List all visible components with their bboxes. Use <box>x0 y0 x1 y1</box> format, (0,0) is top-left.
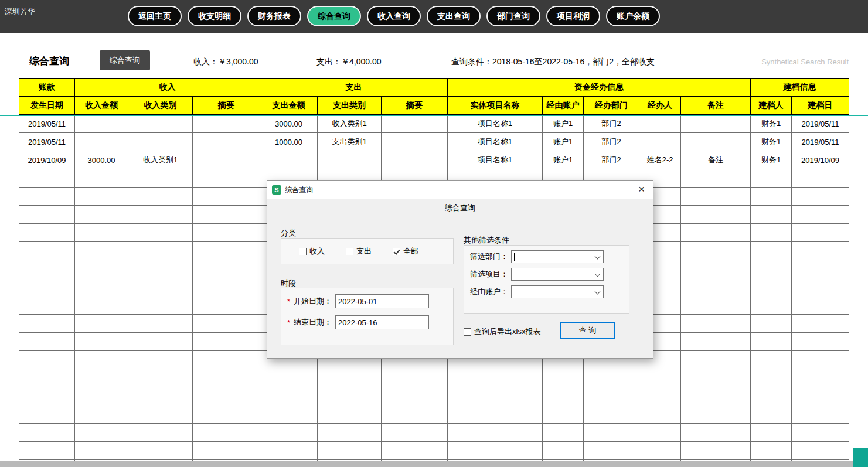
nav-income-query[interactable]: 收入查询 <box>367 6 421 26</box>
export-checkbox[interactable]: 查询后导出xlsx报表 <box>464 326 540 337</box>
table-cell <box>75 133 128 151</box>
end-date-input[interactable] <box>335 315 429 329</box>
checkbox-label: 收入 <box>309 246 325 257</box>
table-cell <box>193 115 260 133</box>
table-cell <box>19 424 75 442</box>
chevron-down-icon[interactable] <box>593 287 603 297</box>
filter-dept-combobox[interactable] <box>511 250 604 263</box>
table-cell <box>639 405 681 424</box>
field-label: 筛选项目： <box>470 269 511 279</box>
table-cell <box>681 424 751 442</box>
table-cell <box>75 387 128 405</box>
column-header: 摘要 <box>382 97 448 115</box>
table-cell: 财务1 <box>751 115 792 133</box>
table-cell <box>128 405 193 424</box>
query-submit-button[interactable]: 查 询 <box>560 322 615 339</box>
table-row-empty[interactable] <box>19 405 849 424</box>
nav-dept-query[interactable]: 部门查询 <box>486 6 540 26</box>
header-group: 收入 <box>75 79 260 97</box>
table-cell <box>75 296 128 315</box>
table-cell <box>751 442 792 460</box>
via-account-combobox[interactable] <box>511 285 604 298</box>
table-row-empty[interactable] <box>19 442 849 460</box>
table-cell <box>193 369 260 387</box>
table-cell <box>75 224 128 242</box>
checkbox-expense[interactable]: 支出 <box>346 246 372 257</box>
table-cell <box>681 260 751 278</box>
table-cell: 账户1 <box>543 151 584 169</box>
table-cell <box>193 133 260 151</box>
table-cell <box>75 315 128 333</box>
nav-finance-report[interactable]: 财务报表 <box>247 6 301 26</box>
table-cell <box>19 260 75 278</box>
filter-group: 筛选部门：筛选项目：经由账户： <box>464 245 629 314</box>
table-cell <box>75 278 128 296</box>
table-row[interactable]: 2019/10/093000.00收入类别1项目名称1账户1部门2姓名2-2备注… <box>19 151 849 169</box>
table-cell: 2019/05/11 <box>792 115 849 133</box>
table-cell <box>681 387 751 405</box>
header-group: 支出 <box>260 79 448 97</box>
table-cell <box>75 169 128 188</box>
table-cell <box>318 442 382 460</box>
table-cell <box>792 369 849 387</box>
table-cell <box>193 296 260 315</box>
table-row[interactable]: 2019/05/111000.00支出类别1项目名称1账户1部门2财务12019… <box>19 133 849 151</box>
synthetic-query-button[interactable]: 综合查询 <box>100 50 150 70</box>
table-cell <box>193 333 260 351</box>
filter-project-combobox[interactable] <box>511 268 604 281</box>
table-cell <box>448 405 543 424</box>
table-cell: 2019/05/11 <box>792 133 849 151</box>
table-cell <box>751 224 792 242</box>
table-cell <box>751 315 792 333</box>
table-row[interactable]: 2019/05/113000.00收入类别1项目名称1账户1部门2财务12019… <box>19 115 849 133</box>
checkbox-all[interactable]: 全部 <box>393 246 418 257</box>
table-cell <box>639 133 681 151</box>
table-cell <box>19 188 75 206</box>
table-cell <box>19 296 75 315</box>
checkbox-income[interactable]: 收入 <box>299 246 325 257</box>
table-cell <box>19 206 75 224</box>
table-row-empty[interactable] <box>19 369 849 387</box>
table-cell <box>751 369 792 387</box>
table-cell <box>193 278 260 296</box>
start-date-input[interactable] <box>335 294 429 308</box>
table-cell <box>19 224 75 242</box>
table-cell <box>19 351 75 369</box>
table-cell <box>128 387 193 405</box>
column-header: 收入类别 <box>128 97 193 115</box>
nav-income-expense[interactable]: 收支明细 <box>188 6 241 26</box>
table-cell: 2019/10/09 <box>792 151 849 169</box>
column-header: 经办人 <box>639 97 681 115</box>
dialog-titlebar[interactable]: S 综合查询 × <box>267 181 653 199</box>
close-icon[interactable]: × <box>638 183 645 196</box>
table-cell <box>193 206 260 224</box>
table-cell <box>19 242 75 260</box>
nav-account-balance[interactable]: 账户余额 <box>606 6 660 26</box>
table-cell <box>751 260 792 278</box>
chevron-down-icon[interactable] <box>593 251 603 262</box>
nav-project-profit[interactable]: 项目利润 <box>546 6 600 26</box>
bottom-scrollbar[interactable] <box>0 461 868 467</box>
table-cell <box>75 351 128 369</box>
table-cell <box>792 278 849 296</box>
nav-synthetic-query[interactable]: 综合查询 <box>307 6 361 26</box>
query-dialog: S 综合查询 × 综合查询 分类 收入支出全部 时段 *开始日期：*结束日期： … <box>267 180 653 359</box>
table-cell <box>128 296 193 315</box>
table-cell <box>681 115 751 133</box>
column-header: 支出类别 <box>318 97 382 115</box>
nav-expense-query[interactable]: 支出查询 <box>427 6 481 26</box>
table-row-empty[interactable] <box>19 424 849 442</box>
table-cell <box>751 424 792 442</box>
table-cell <box>318 369 382 387</box>
table-cell <box>448 424 543 442</box>
table-cell: 姓名2-2 <box>639 151 681 169</box>
nav-home[interactable]: 返回主页 <box>128 6 182 26</box>
table-cell <box>751 296 792 315</box>
table-cell <box>639 442 681 460</box>
checkbox-icon <box>464 328 471 336</box>
column-header: 经由账户 <box>543 97 584 115</box>
table-cell <box>19 333 75 351</box>
watermark-label: Synthetical Search Result <box>761 57 849 66</box>
table-row-empty[interactable] <box>19 387 849 405</box>
chevron-down-icon[interactable] <box>593 269 603 279</box>
